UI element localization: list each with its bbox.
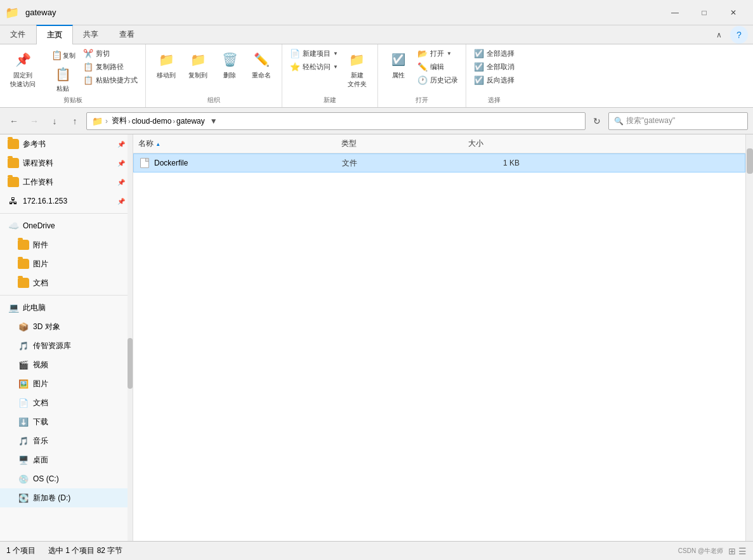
ribbon-clipboard-items: 📌 固定到快速访问 📋 复制 📋 粘贴 ✂️ — [5, 47, 140, 96]
address-folder-icon: 📁 — [92, 116, 103, 126]
copy-to-button[interactable]: 📁 复制到 — [183, 47, 213, 82]
open-button[interactable]: 📂 打开 ▼ — [415, 47, 461, 60]
invert-select-icon: ☑️ — [474, 75, 484, 85]
new-folder-button[interactable]: 📁 新建文件夹 — [342, 47, 372, 91]
sidebar-item-图片[interactable]: 🖼️ 图片 — [0, 374, 133, 393]
move-to-button[interactable]: 📁 移动到 — [151, 47, 181, 82]
sidebar-label-3d: 3D 对象 — [33, 322, 60, 332]
sidebar-label-文档-od: 文档 — [33, 278, 48, 289]
sidebar-item-桌面[interactable]: 🖥️ 桌面 — [0, 450, 133, 469]
cut-button[interactable]: ✂️ 剪切 — [81, 47, 140, 60]
sidebar-item-工作资料[interactable]: 工作资料 📌 — [0, 173, 133, 192]
status-right: CSDN @牛老师 ⊞ ☰ — [678, 546, 747, 556]
recent-locations-button[interactable]: ↓ — [46, 112, 63, 130]
easy-access-button[interactable]: ⭐ 轻松访问 ▼ — [287, 60, 341, 73]
rename-button[interactable]: ✏️ 重命名 — [246, 47, 277, 82]
new-item-button[interactable]: 📄 新建项目 ▼ — [287, 47, 341, 60]
sidebar-item-network[interactable]: 🖧 172.16.1.253 📌 — [0, 192, 133, 211]
sidebar-item-下载[interactable]: ⬇️ 下载 — [0, 412, 133, 431]
pin-icon: 📌 — [13, 49, 33, 70]
select-all-button[interactable]: ☑️ 全部选择 — [471, 47, 517, 60]
help-button[interactable]: ? — [730, 26, 748, 44]
sidebar-label-图片-od: 图片 — [33, 259, 48, 270]
ribbon-collapse-button[interactable]: ∧ — [710, 26, 728, 44]
up-button[interactable]: ↑ — [66, 112, 84, 130]
properties-button[interactable]: ☑️ 属性 — [383, 47, 414, 82]
breadcrumb-item-gateway[interactable]: gateway — [176, 117, 205, 126]
select-mini-group: ☑️ 全部选择 ☑️ 全部取消 ☑️ 反向选择 — [471, 47, 517, 86]
network-drive-icon: 🖧 — [8, 196, 19, 206]
sidebar-item-文档[interactable]: 📄 文档 — [0, 393, 133, 412]
properties-icon: ☑️ — [388, 49, 409, 70]
file-size-cell-dockerfile: 1 KB — [469, 159, 532, 167]
sidebar-scrollbar-thumb[interactable] — [128, 338, 133, 389]
sidebar-item-音乐[interactable]: 🎵 音乐 — [0, 431, 133, 450]
sidebar-item-传智资源库[interactable]: 🎵 传智资源库 — [0, 336, 133, 355]
tab-file[interactable]: 文件 — [0, 25, 36, 44]
sidebar-item-视频[interactable]: 🎬 视频 — [0, 355, 133, 374]
sidebar-item-drive-c[interactable]: 💿 OS (C:) — [0, 469, 133, 488]
sidebar-item-thispc[interactable]: 💻 此电脑 — [0, 298, 133, 317]
edit-icon: ✏️ — [417, 62, 428, 72]
sidebar-divider-2 — [0, 295, 133, 296]
sidebar-item-附件[interactable]: 附件 — [0, 235, 133, 254]
ribbon-select-items: ☑️ 全部选择 ☑️ 全部取消 ☑️ 反向选择 — [471, 47, 517, 96]
invert-select-button[interactable]: ☑️ 反向选择 — [471, 74, 517, 86]
paste-shortcut-icon: 📋 — [83, 75, 93, 85]
close-button[interactable]: ✕ — [719, 0, 748, 25]
move-icon: 📁 — [156, 49, 176, 70]
tab-share[interactable]: 共享 — [73, 25, 109, 44]
drive-c-icon: 💿 — [18, 474, 29, 484]
sidebar-item-参考书[interactable]: 参考书 📌 — [0, 134, 133, 153]
minimize-button[interactable]: — — [660, 0, 690, 25]
forward-button[interactable]: → — [25, 112, 43, 130]
sidebar-item-课程资料[interactable]: 课程资料 📌 — [0, 153, 133, 173]
copy-path-button[interactable]: 📋 复制路径 — [81, 60, 140, 73]
tab-home[interactable]: 主页 — [36, 25, 73, 44]
file-row-dockerfile[interactable]: Dockerfile 文件 1 KB — [133, 153, 745, 173]
sidebar-label-thispc: 此电脑 — [23, 303, 46, 313]
search-bar[interactable]: 🔍 搜索"gateway" — [608, 112, 748, 130]
rename-icon: ✏️ — [251, 49, 272, 70]
sidebar-item-3d[interactable]: 📦 3D 对象 — [0, 317, 133, 336]
sidebar-item-文档-od[interactable]: 文档 — [0, 273, 133, 292]
special-lib-icon: 🎵 — [18, 341, 29, 351]
file-icon-dockerfile — [139, 158, 150, 168]
history-button[interactable]: 🕐 历史记录 — [415, 74, 461, 86]
back-button[interactable]: ← — [5, 112, 23, 130]
address-dropdown-button[interactable]: ▼ — [207, 113, 220, 129]
sidebar-item-onedrive[interactable]: ☁️ OneDrive — [0, 216, 133, 235]
paste-shortcut-button[interactable]: 📋 粘贴快捷方式 — [81, 74, 140, 86]
file-type-cell-dockerfile: 文件 — [342, 158, 469, 169]
column-header-name[interactable]: 名称 ▲ — [138, 138, 341, 149]
sidebar-label-onedrive: OneDrive — [23, 221, 55, 230]
copy-button[interactable]: 📋 复制 — [46, 47, 79, 63]
maximize-button[interactable]: □ — [690, 0, 719, 25]
paste-button[interactable]: 📋 粘贴 — [46, 64, 79, 94]
folder-icon — [18, 278, 29, 288]
file-area-scrollbar-thumb[interactable] — [747, 148, 753, 174]
breadcrumb-item-zaoliao[interactable]: 资料 — [112, 115, 127, 126]
sidebar-scrollbar[interactable] — [128, 134, 133, 541]
column-header-type[interactable]: 类型 — [341, 138, 468, 149]
sidebar-item-图片-od[interactable]: 图片 — [0, 254, 133, 273]
breadcrumb-item-cloud-demo[interactable]: cloud-demo — [132, 117, 172, 126]
breadcrumbs: › 资料 › cloud-demo › gateway — [105, 115, 205, 126]
sidebar-item-drive-d[interactable]: 💽 新加卷 (D:) — [0, 488, 133, 507]
tab-view[interactable]: 查看 — [109, 25, 145, 44]
easy-access-dropdown-icon: ▼ — [333, 64, 338, 70]
pin-to-quickaccess-button[interactable]: 📌 固定到快速访问 — [5, 47, 41, 91]
status-right-text: CSDN @牛老师 — [678, 547, 723, 556]
sidebar-label-drive-c: OS (C:) — [33, 474, 59, 483]
edit-button[interactable]: ✏️ 编辑 — [415, 60, 461, 73]
delete-button[interactable]: 🗑️ 删除 — [214, 47, 245, 82]
select-none-button[interactable]: ☑️ 全部取消 — [471, 60, 517, 73]
column-header-size[interactable]: 大小 — [468, 138, 532, 149]
file-area-scrollbar[interactable] — [745, 134, 753, 541]
3d-icon: 📦 — [18, 322, 29, 332]
new-item-dropdown-icon: ▼ — [333, 51, 338, 56]
refresh-button[interactable]: ↻ — [588, 112, 606, 130]
address-bar[interactable]: 📁 › 资料 › cloud-demo › gateway ▼ — [86, 112, 586, 130]
file-name-cell-dockerfile: Dockerfile — [139, 158, 342, 168]
pin-icon-参考书: 📌 — [117, 141, 125, 148]
